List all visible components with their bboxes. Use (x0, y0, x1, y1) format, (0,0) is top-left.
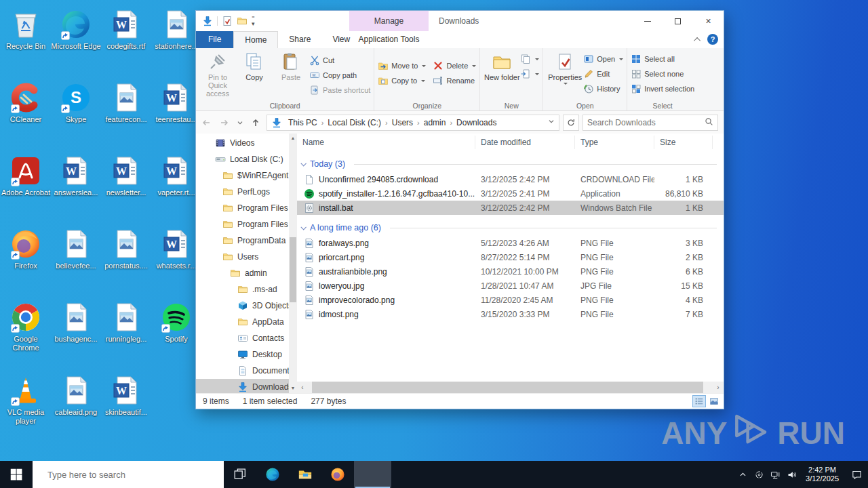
edit-button[interactable]: Edit (583, 68, 623, 80)
properties-button[interactable]: Properties (547, 50, 583, 100)
history-button[interactable]: History (583, 83, 623, 95)
help-icon[interactable]: ? (707, 34, 718, 45)
copy-button[interactable]: Copy (236, 50, 273, 100)
file-row-improvecolorado-png[interactable]: improvecolorado.png11/28/2020 2:45 AMPNG… (297, 293, 724, 307)
customize-toolbar-icon[interactable]: ⁼▾ (252, 16, 255, 26)
desktop-icon-ccleaner[interactable]: CCleaner (1, 82, 51, 124)
delete-button[interactable]: Delete (433, 60, 476, 72)
file-row-foralways-png[interactable]: foralways.png5/12/2023 4:26 AMPNG File3 … (297, 236, 724, 250)
desktop-icon-adobe-acrobat[interactable]: Adobe Acrobat (1, 155, 51, 197)
desktop-icon-spotify[interactable]: Spotify (151, 302, 201, 344)
sidebar-item-videos[interactable]: Videos (196, 135, 297, 151)
sidebar-item-ms-ad[interactable]: .ms-ad (196, 281, 297, 298)
desktop-icon-skinbeautif[interactable]: Wskinbeautif... (101, 375, 151, 417)
sidebar-item-documents[interactable]: Documents (196, 363, 297, 379)
sidebar-item-3d-objects[interactable]: 3D Objects (196, 298, 297, 314)
rename-button[interactable]: Rename (433, 75, 476, 87)
open-button[interactable]: Open (583, 53, 623, 65)
desktop-icon-pornstatus[interactable]: pornstatus.... (101, 228, 151, 270)
file-row-loweryou-jpg[interactable]: loweryou.jpg1/28/2021 10:47 AMJPG File15… (297, 279, 724, 293)
desktop-icon-firefox[interactable]: Firefox (1, 228, 51, 270)
tray-app-icon[interactable] (751, 461, 767, 488)
taskbar-firefox-button[interactable] (321, 461, 354, 488)
nav-scrollbar[interactable]: ▲ ▼ (289, 134, 297, 393)
sidebar-item-appdata[interactable]: AppData (196, 314, 297, 330)
scrollbar-thumb[interactable] (312, 382, 703, 393)
desktop-icon-runningleg[interactable]: runningleg... (101, 302, 151, 344)
move-to-button[interactable]: Move to (378, 60, 426, 72)
sidebar-item-contacts[interactable]: Contacts (196, 330, 297, 346)
desktop-icon-answerslea[interactable]: Wanswerslea... (51, 155, 101, 197)
taskbar-search[interactable] (33, 461, 224, 488)
copy-to-button[interactable]: Copy to (378, 75, 426, 87)
thumbnail-view-button[interactable] (707, 395, 721, 407)
maximize-button[interactable] (663, 11, 693, 31)
desktop-icon-codegifts-rtf[interactable]: Wcodegifts.rtf (101, 9, 151, 51)
sidebar-item-users[interactable]: Users (196, 249, 297, 265)
title-bar[interactable]: ⁼▾ Manage Downloads × (196, 11, 724, 31)
downloads-folder-icon[interactable] (202, 16, 213, 26)
column-header-size[interactable]: Size (654, 136, 713, 149)
desktop-icon-whatsets-r[interactable]: Wwhatsets.r... (151, 228, 201, 270)
collapse-ribbon-icon[interactable] (694, 37, 701, 43)
group-header-today-3[interactable]: Today (3) (297, 156, 724, 172)
column-header-name[interactable]: Name (297, 136, 475, 149)
taskbar-clock[interactable]: 2:42 PM 3/12/2025 (800, 466, 845, 483)
sidebar-item-programdata[interactable]: ProgramData (196, 232, 297, 249)
scrollbar-thumb[interactable] (290, 237, 296, 302)
scroll-down-icon[interactable]: ▼ (289, 384, 297, 393)
file-row-australianbible-png[interactable]: australianbible.png10/12/2021 10:00 PMPN… (297, 264, 724, 279)
sidebar-item-program-files[interactable]: Program Files (196, 200, 297, 216)
scroll-up-icon[interactable]: ▲ (289, 134, 297, 143)
desktop-icon-bushagenc[interactable]: bushagenc... (51, 302, 101, 344)
tab-share[interactable]: Share (278, 31, 321, 48)
desktop-icon-newsletter[interactable]: Wnewsletter... (101, 155, 151, 197)
task-view-button[interactable] (224, 461, 256, 488)
desktop-icon-stationhere[interactable]: stationhere... (151, 9, 201, 51)
breadcrumb-users[interactable]: Users (389, 118, 416, 127)
easy-access-button[interactable] (520, 53, 539, 65)
desktop-icon-vlc-media-player[interactable]: VLC media player (1, 375, 51, 426)
network-icon[interactable] (767, 461, 783, 488)
select-all-button[interactable]: Select all (631, 53, 694, 65)
taskbar-active-window-button[interactable] (354, 461, 391, 488)
sidebar-item-perflogs[interactable]: PerfLogs (196, 184, 297, 200)
desktop-icon-cableaid-png[interactable]: cableaid.png (51, 375, 101, 417)
paste-button[interactable]: Paste (273, 50, 309, 100)
scroll-right-icon[interactable]: › (713, 384, 724, 391)
close-button[interactable]: × (693, 11, 724, 31)
tab-file[interactable]: File (196, 31, 233, 48)
desktop-icon-teenrestau[interactable]: Wteenrestau... (151, 82, 201, 124)
invert-selection-button[interactable]: Invert selection (631, 83, 694, 95)
desktop-icon-skype[interactable]: SSkype (51, 82, 101, 124)
recent-locations-icon[interactable] (235, 115, 245, 130)
file-row-install-bat[interactable]: install.bat3/12/2025 2:42 PMWindows Batc… (297, 201, 724, 215)
refresh-button[interactable] (563, 115, 579, 131)
sidebar-item-winreagent[interactable]: $WinREAgent (196, 167, 297, 184)
file-row-idmost-png[interactable]: idmost.png3/15/2020 3:33 PMPNG File7 KB (297, 307, 724, 321)
sidebar-item-admin[interactable]: admin (196, 265, 297, 281)
search-box[interactable] (583, 115, 718, 131)
address-dropdown-icon[interactable] (547, 117, 557, 128)
new-folder-button[interactable]: New folder (484, 50, 520, 100)
taskbar-file-explorer-button[interactable] (289, 461, 321, 488)
scroll-left-icon[interactable]: ‹ (297, 384, 308, 391)
new-folder-quick-icon[interactable] (237, 16, 248, 26)
sidebar-item-program-files[interactable]: Program Files (196, 216, 297, 232)
file-row-unconfirmed-294085-crdownload[interactable]: Unconfirmed 294085.crdownload3/12/2025 2… (297, 172, 724, 186)
action-center-icon[interactable] (845, 461, 868, 488)
column-header-date-modified[interactable]: Date modified (475, 136, 575, 149)
sidebar-item-desktop[interactable]: Desktop (196, 346, 297, 363)
desktop-icon-vapeter-rt[interactable]: Wvapeter.rt... (151, 155, 201, 197)
copy-path-button[interactable]: W.. Copy path (309, 69, 370, 81)
new-item-button[interactable] (520, 68, 539, 80)
address-bar[interactable]: This PC›Local Disk (C:)›Users›admin›Down… (267, 115, 559, 131)
sidebar-item-downloads[interactable]: Downloads (196, 379, 297, 393)
tray-chevron-up-icon[interactable] (734, 461, 751, 488)
column-header-type[interactable]: Type (575, 136, 654, 149)
sidebar-item-local-disk-c[interactable]: Local Disk (C:) (196, 151, 297, 167)
desktop-icon-featurecon[interactable]: featurecon... (101, 82, 151, 124)
desktop-icon-recycle-bin[interactable]: Recycle Bin (1, 9, 51, 51)
cut-button[interactable]: Cut (309, 54, 370, 66)
group-header-a-long-time-ago-6[interactable]: A long time ago (6) (297, 220, 724, 236)
